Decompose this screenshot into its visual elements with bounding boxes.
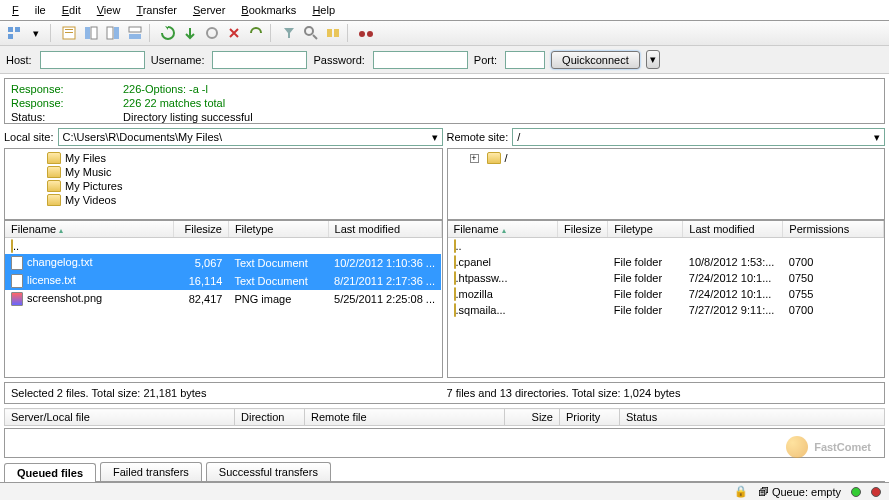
local-tree[interactable]: My Files My Music My Pictures My Videos [4, 148, 443, 220]
compare-icon[interactable] [323, 23, 343, 43]
refresh-icon[interactable] [158, 23, 178, 43]
parent-dir-row[interactable]: .. [448, 238, 884, 255]
remote-path-combo[interactable]: /▾ [512, 128, 885, 146]
expand-icon[interactable]: + [470, 154, 479, 163]
local-status: Selected 2 files. Total size: 21,181 byt… [11, 387, 443, 399]
svg-rect-4 [65, 29, 73, 30]
log-text: 226 22 matches total [123, 97, 253, 109]
sort-asc-icon: ▴ [502, 226, 506, 235]
transfer-queue[interactable] [4, 428, 885, 458]
quickconnect-button[interactable]: Quickconnect [551, 51, 640, 69]
svg-rect-7 [91, 27, 97, 39]
host-input[interactable] [40, 51, 145, 69]
remote-status: 7 files and 13 directories. Total size: … [447, 387, 879, 399]
svg-rect-1 [15, 27, 20, 32]
port-input[interactable] [505, 51, 545, 69]
svg-rect-5 [65, 32, 73, 33]
col-filename[interactable]: Filename ▴ [5, 221, 174, 238]
toggle-queue-icon[interactable] [125, 23, 145, 43]
remote-pane: Remote site: /▾ +/ Filename ▴ Filesize F… [447, 128, 886, 378]
message-log[interactable]: Response:226-Options: -a -l Response:226… [4, 78, 885, 124]
table-row[interactable]: screenshot.png82,417PNG image5/25/2011 2… [5, 290, 441, 308]
remote-file-list[interactable]: Filename ▴ Filesize Filetype Last modifi… [447, 220, 886, 378]
search-icon[interactable] [301, 23, 321, 43]
chevron-down-icon[interactable]: ▾ [26, 23, 46, 43]
col-status[interactable]: Status [620, 409, 885, 426]
col-priority[interactable]: Priority [560, 409, 620, 426]
svg-rect-9 [114, 27, 119, 39]
local-site-label: Local site: [4, 131, 54, 143]
brand-icon [786, 436, 808, 458]
menu-help[interactable]: Help [304, 2, 343, 18]
site-manager-icon[interactable] [4, 23, 24, 43]
cancel-icon[interactable] [202, 23, 222, 43]
svg-rect-6 [85, 27, 90, 39]
local-path-combo[interactable]: C:\Users\R\Documents\My Files\▾ [58, 128, 443, 146]
file-icon [11, 274, 23, 288]
local-file-list[interactable]: Filename ▴ Filesize Filetype Last modifi… [4, 220, 443, 378]
svg-point-13 [305, 27, 313, 35]
remote-tree[interactable]: +/ [447, 148, 886, 220]
toggle-tree-icon[interactable] [81, 23, 101, 43]
col-remote-file[interactable]: Remote file [305, 409, 505, 426]
local-pane: Local site: C:\Users\R\Documents\My File… [4, 128, 443, 378]
menu-edit[interactable]: Edit [54, 2, 89, 18]
toggle-log-icon[interactable] [59, 23, 79, 43]
log-label: Response: [11, 97, 121, 109]
col-server-file[interactable]: Server/Local file [5, 409, 235, 426]
username-input[interactable] [212, 51, 307, 69]
watermark: FastComet [786, 436, 871, 458]
tree-item: My Music [7, 165, 440, 179]
tab-successful[interactable]: Successful transfers [206, 462, 331, 481]
chevron-down-icon: ▾ [874, 131, 880, 144]
tab-failed[interactable]: Failed transfers [100, 462, 202, 481]
tab-queued[interactable]: Queued files [4, 463, 96, 482]
reconnect-icon[interactable] [246, 23, 266, 43]
svg-rect-2 [8, 34, 13, 39]
col-modified[interactable]: Last modified [328, 221, 441, 238]
col-filesize[interactable]: Filesize [558, 221, 608, 238]
col-filename[interactable]: Filename ▴ [448, 221, 558, 238]
username-label: Username: [151, 54, 207, 66]
col-size[interactable]: Size [505, 409, 560, 426]
col-filetype[interactable]: Filetype [228, 221, 328, 238]
toggle-remote-tree-icon[interactable] [103, 23, 123, 43]
host-label: Host: [6, 54, 34, 66]
table-row[interactable]: license.txt16,114Text Document8/21/2011 … [5, 272, 441, 290]
col-filetype[interactable]: Filetype [608, 221, 683, 238]
status-bar: 🔒 🗊 Queue: empty [0, 482, 889, 500]
svg-rect-15 [334, 29, 339, 37]
tree-item: My Files [7, 151, 440, 165]
svg-rect-0 [8, 27, 13, 32]
svg-rect-11 [129, 34, 141, 39]
table-row[interactable]: .htpassw...File folder7/24/2012 10:1...0… [448, 270, 884, 286]
port-label: Port: [474, 54, 499, 66]
process-queue-icon[interactable] [180, 23, 200, 43]
encryption-icon: 🔒 [734, 485, 748, 498]
quickconnect-history-dropdown[interactable]: ▾ [646, 50, 660, 69]
password-input[interactable] [373, 51, 468, 69]
parent-dir-row[interactable]: .. [5, 238, 441, 255]
binoculars-icon[interactable] [356, 23, 376, 43]
svg-rect-14 [327, 29, 332, 37]
menu-bookmarks[interactable]: Bookmarks [233, 2, 304, 18]
table-row[interactable]: changelog.txt5,067Text Document10/2/2012… [5, 254, 441, 272]
col-modified[interactable]: Last modified [683, 221, 783, 238]
filter-icon[interactable] [279, 23, 299, 43]
col-filesize[interactable]: Filesize [174, 221, 229, 238]
activity-led-green [851, 487, 861, 497]
queue-tabs: Queued files Failed transfers Successful… [4, 462, 885, 482]
file-icon [11, 256, 23, 270]
col-direction[interactable]: Direction [235, 409, 305, 426]
menu-file[interactable]: File [4, 2, 54, 18]
table-row[interactable]: .mozillaFile folder7/24/2012 10:1...0755 [448, 286, 884, 302]
col-permissions[interactable]: Permissions [783, 221, 884, 238]
menu-server[interactable]: Server [185, 2, 233, 18]
transfer-queue-header: Server/Local file Direction Remote file … [4, 408, 885, 426]
menu-transfer[interactable]: Transfer [128, 2, 185, 18]
toolbar: ▾ [0, 21, 889, 46]
table-row[interactable]: .sqmaila...File folder7/27/2012 9:11:...… [448, 302, 884, 318]
menu-view[interactable]: View [89, 2, 129, 18]
disconnect-icon[interactable] [224, 23, 244, 43]
table-row[interactable]: .cpanelFile folder10/8/2012 1:53:...0700 [448, 254, 884, 270]
